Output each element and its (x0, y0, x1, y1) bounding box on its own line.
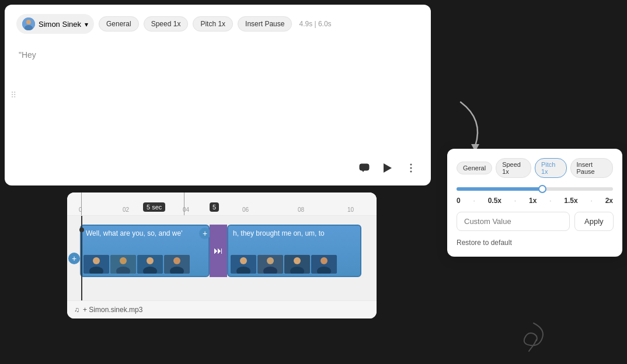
svg-point-16 (147, 257, 154, 264)
ruler-mark-04: 04 (183, 206, 189, 213)
timeline-card: 0 02 5 sec 04 5 06 08 10 + Well, what ar… (67, 192, 377, 318)
ruler-mark-02: 02 (123, 206, 129, 213)
svg-point-13 (120, 257, 127, 264)
playhead[interactable] (81, 216, 82, 300)
bottom-actions (356, 160, 419, 176)
text-content[interactable]: "Hey (16, 46, 419, 64)
thumbnail (284, 255, 310, 274)
restore-default-link[interactable]: Restore to default (457, 239, 512, 247)
pitch-slider-track[interactable] (457, 187, 613, 191)
svg-point-10 (93, 257, 100, 264)
add-clip-middle-button[interactable]: + (199, 228, 211, 239)
pitch-slider-container: 0 · 0.5x · 1x · 1.5x · 2x (457, 187, 613, 205)
add-clip-left-button[interactable]: + (68, 253, 80, 264)
music-icon: ♫ (74, 306, 79, 314)
svg-point-28 (294, 257, 301, 264)
slider-labels: 0 · 0.5x · 1x · 1.5x · 2x (457, 197, 613, 205)
ctrl-pitch-tag[interactable]: Pitch 1x (535, 158, 567, 178)
comment-icon[interactable] (356, 160, 372, 176)
ctrl-insert-pause-tag[interactable]: Insert Pause (570, 158, 613, 178)
svg-point-7 (410, 167, 412, 169)
text-editor-card: ⠿ Simon Sinek General Speed 1x Pitch 1x … (5, 5, 431, 186)
label-1: 1x (529, 197, 537, 205)
ctrl-general-tag[interactable]: General (457, 162, 492, 174)
clip-2-text: h, they brought me on, um, to (228, 226, 360, 241)
thumbnail (83, 255, 109, 274)
svg-rect-3 (360, 164, 369, 170)
ruler-mark-0: 0 (79, 206, 82, 213)
input-row: Apply (457, 212, 613, 231)
thumbnail (137, 255, 163, 274)
chevron-down-icon (85, 20, 88, 29)
speaker-button[interactable]: Simon Sinek (16, 14, 94, 34)
thumbnail (164, 255, 190, 274)
pitch-controls-popup: General Speed 1x Pitch 1x Insert Pause 0… (447, 149, 622, 257)
pitch-slider-thumb[interactable] (538, 185, 546, 193)
label-2: 2x (605, 197, 613, 205)
ruler-mark-10: 10 (347, 206, 354, 213)
time-label: 5 sec (143, 202, 165, 212)
svg-point-8 (410, 171, 412, 173)
pitch-slider-fill (457, 187, 542, 191)
drag-handle[interactable]: ⠿ (11, 90, 16, 100)
svg-point-25 (267, 257, 274, 264)
apply-button[interactable]: Apply (574, 212, 614, 231)
ruler-mark-06: 06 (242, 206, 249, 213)
svg-point-1 (26, 20, 31, 24)
thumbnail (231, 255, 256, 274)
svg-point-22 (240, 257, 247, 264)
audio-file-label: + Simon.sinek.mp3 (83, 306, 142, 314)
insert-pause-tag[interactable]: Insert Pause (238, 16, 292, 32)
toolbar: Simon Sinek General Speed 1x Pitch 1x In… (16, 14, 419, 34)
thumbnail (110, 255, 136, 274)
curved-arrow (449, 93, 496, 158)
ruler-mark-08: 08 (298, 206, 304, 213)
clip-1-text: Well, what are you, so, and we' (81, 226, 208, 241)
cut-indicator[interactable]: ⏭ (210, 225, 227, 277)
svg-point-31 (321, 257, 328, 264)
playhead-head (79, 228, 84, 232)
label-15: 1.5x (564, 197, 577, 205)
ctrl-speed-tag[interactable]: Speed 1x (496, 158, 531, 178)
timeline-ruler: 0 02 5 sec 04 5 06 08 10 (67, 192, 377, 216)
clip-2[interactable]: h, they brought me on, um, to (227, 225, 361, 277)
timeline-tracks: + Well, what are you, so, and we' (67, 216, 377, 300)
clip-2-thumbnails (228, 255, 360, 276)
clip-1-thumbnails (81, 255, 208, 276)
label-05: 0.5x (488, 197, 501, 205)
avatar (22, 18, 35, 30)
speed-tag[interactable]: Speed 1x (144, 16, 189, 32)
svg-marker-5 (384, 163, 392, 173)
decorative-scribble (516, 317, 551, 352)
svg-marker-4 (362, 170, 364, 172)
general-tag[interactable]: General (99, 16, 139, 32)
play-icon[interactable] (379, 160, 396, 176)
controls-toolbar: General Speed 1x Pitch 1x Insert Pause (457, 158, 613, 178)
ruler-mark-5: 5 (210, 202, 219, 212)
timeline-footer: ♫ + Simon.sinek.mp3 (67, 300, 377, 318)
more-options-icon[interactable] (403, 160, 419, 176)
cut-icon: ⏭ (214, 246, 223, 256)
svg-point-6 (410, 164, 412, 166)
speaker-name: Simon Sinek (39, 20, 81, 29)
clip-1[interactable]: Well, what are you, so, and we' (80, 225, 210, 277)
thumbnail (257, 255, 283, 274)
svg-point-19 (173, 257, 180, 264)
thumbnail (311, 255, 337, 274)
custom-value-input[interactable] (457, 212, 570, 231)
label-0: 0 (457, 197, 461, 205)
timing-label: 4.9s | 6.0s (299, 20, 331, 28)
pitch-tag[interactable]: Pitch 1x (193, 16, 233, 32)
